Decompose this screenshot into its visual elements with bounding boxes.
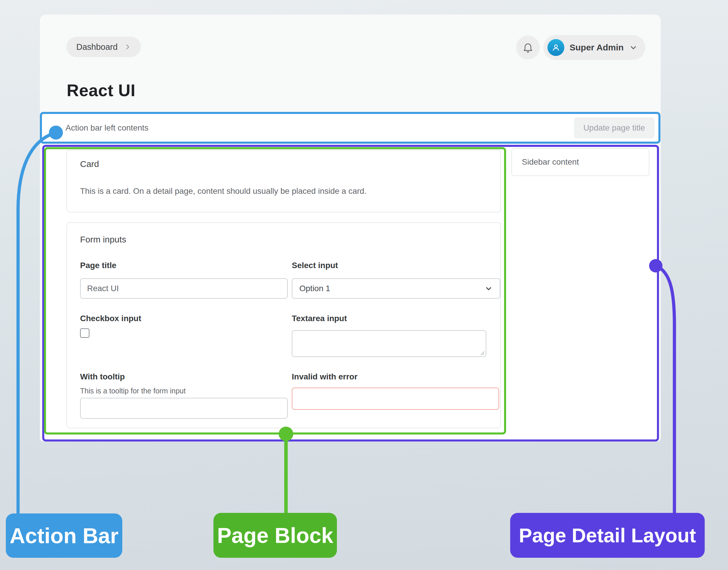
action-bar: Action bar left contents Update page tit…	[40, 112, 660, 144]
invalid-field-label: Invalid with error	[292, 372, 357, 381]
page-title-field-label: Page title	[80, 261, 116, 270]
user-name: Super Admin	[570, 42, 624, 52]
page-block-annotation-label: Page Block	[213, 513, 337, 558]
select-value: Option 1	[299, 284, 330, 293]
checkbox-field-label: Checkbox input	[80, 314, 141, 323]
tooltip-field-label: With tooltip	[80, 372, 125, 381]
page-title: React UI	[67, 80, 135, 100]
avatar	[548, 39, 564, 56]
card-body-text: This is a card. On a detail page, conten…	[80, 187, 367, 196]
sidebar-card: Sidebar content	[511, 148, 649, 176]
sidebar-text: Sidebar content	[522, 158, 579, 167]
page-title-input[interactable]	[80, 278, 288, 299]
bell-icon	[522, 42, 534, 53]
select-field-label: Select input	[292, 261, 338, 270]
notifications-button[interactable]	[516, 36, 540, 59]
resize-handle-icon[interactable]	[479, 349, 485, 355]
update-page-title-button[interactable]: Update page title	[574, 117, 654, 138]
page-detail-layout-annotation-label: Page Detail Layout	[510, 513, 705, 558]
form-card: Form inputs Page title Select input Opti…	[66, 222, 501, 429]
textarea-input[interactable]	[292, 330, 486, 357]
chevron-down-icon	[485, 284, 493, 293]
breadcrumb[interactable]: Dashboard	[66, 37, 141, 57]
chevron-right-icon	[124, 43, 131, 50]
chevron-down-icon	[629, 43, 638, 52]
content-card: Card This is a card. On a detail page, c…	[66, 150, 501, 213]
user-menu[interactable]: Super Admin	[543, 35, 645, 60]
invalid-input[interactable]	[292, 387, 499, 410]
checkbox-input[interactable]	[80, 328, 89, 338]
action-bar-annotation-label: Action Bar	[6, 514, 122, 558]
form-card-title: Form inputs	[80, 235, 126, 245]
breadcrumb-label: Dashboard	[76, 42, 118, 52]
tooltip-text: This is a tooltip for the form input	[80, 387, 186, 395]
action-bar-left-text: Action bar left contents	[65, 123, 148, 132]
select-input[interactable]: Option 1	[292, 278, 500, 299]
tooltip-input[interactable]	[80, 398, 288, 419]
card-title: Card	[80, 159, 99, 169]
textarea-field-label: Textarea input	[292, 314, 347, 323]
user-icon	[551, 42, 561, 53]
